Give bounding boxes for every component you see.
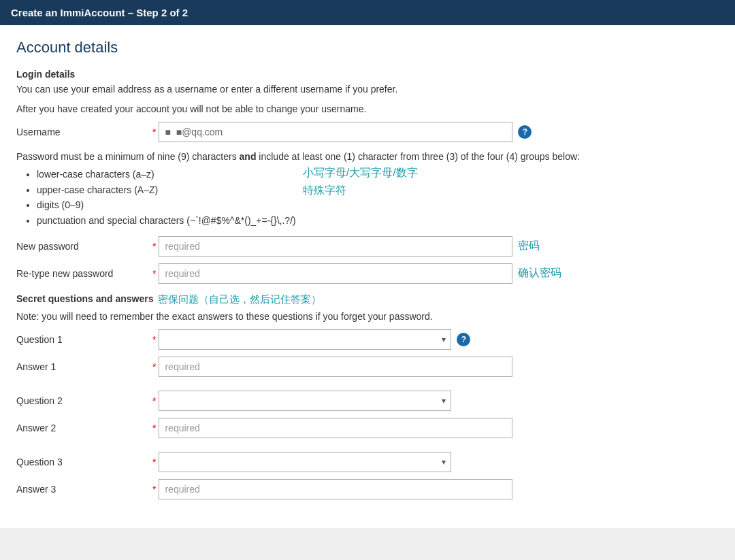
retype-password-row: Re-type new password * 确认密码 bbox=[16, 263, 719, 284]
retype-password-input[interactable] bbox=[159, 263, 512, 284]
question1-required-star: * bbox=[152, 334, 156, 345]
new-password-input[interactable] bbox=[159, 236, 512, 257]
question2-required-star: * bbox=[152, 395, 156, 406]
login-info-1: You can use your email address as a user… bbox=[16, 82, 719, 97]
password-rules-intro: Password must be a minimum of nine (9) c… bbox=[16, 151, 580, 162]
new-password-label: New password bbox=[16, 241, 152, 252]
header-title: Create an ImmiAccount – Step 2 of 2 bbox=[11, 7, 188, 18]
secret-questions-section: Secret questions and answers 密保问题（自己选，然后… bbox=[16, 293, 719, 324]
answer1-input[interactable] bbox=[159, 357, 512, 377]
login-details-section: Login details You can use your email add… bbox=[16, 69, 719, 116]
answer3-input[interactable] bbox=[159, 479, 512, 499]
secret-section-heading-row: Secret questions and answers 密保问题（自己选，然后… bbox=[16, 293, 719, 307]
question2-label: Question 2 bbox=[16, 395, 152, 406]
answer2-required-star: * bbox=[152, 423, 156, 433]
password-rules-list: lower-case characters (a–z) upper-case c… bbox=[37, 167, 296, 228]
new-password-annotation: 密码 bbox=[518, 239, 540, 253]
password-rules-annotation: 小写字母/大写字母/数字特殊字符 bbox=[303, 164, 418, 199]
rule-uppercase: upper-case characters (A–Z) bbox=[37, 182, 296, 197]
username-label: Username bbox=[16, 127, 152, 137]
question3-select-wrapper: ▾ bbox=[159, 452, 451, 472]
login-info-2: After you have created your account you … bbox=[16, 102, 719, 116]
question1-select[interactable] bbox=[159, 329, 451, 350]
page-wrapper: Create an ImmiAccount – Step 2 of 2 Acco… bbox=[0, 0, 735, 528]
answer1-required-star: * bbox=[152, 361, 156, 372]
username-required-star: * bbox=[152, 127, 156, 137]
answer1-label: Answer 1 bbox=[16, 361, 152, 372]
rule-digits: digits (0–9) bbox=[37, 197, 296, 212]
question3-required-star: * bbox=[152, 457, 156, 467]
header-bar: Create an ImmiAccount – Step 2 of 2 bbox=[0, 0, 735, 25]
question2-select-wrapper: ▾ bbox=[159, 391, 451, 411]
question1-help-icon[interactable]: ? bbox=[457, 333, 470, 346]
username-help-icon[interactable]: ? bbox=[518, 125, 532, 139]
page-title: Account details bbox=[16, 39, 719, 56]
secret-note: Note: you will need to remember the exac… bbox=[16, 310, 719, 324]
question3-row: Question 3 * ▾ bbox=[16, 452, 719, 472]
secret-heading: Secret questions and answers bbox=[16, 293, 154, 304]
question3-label: Question 3 bbox=[16, 457, 152, 467]
question1-select-wrapper: ▾ bbox=[159, 329, 451, 350]
retype-password-required-star: * bbox=[152, 268, 156, 279]
rule-lowercase: lower-case characters (a–z) bbox=[37, 167, 296, 182]
retype-password-label: Re-type new password bbox=[16, 268, 152, 279]
new-password-required-star: * bbox=[152, 241, 156, 252]
username-input[interactable] bbox=[159, 122, 512, 142]
answer3-required-star: * bbox=[152, 484, 156, 495]
answer2-row: Answer 2 * bbox=[16, 418, 719, 438]
question2-select[interactable] bbox=[159, 391, 451, 411]
answer1-row: Answer 1 * bbox=[16, 357, 719, 377]
content-area: Account details Login details You can us… bbox=[0, 25, 735, 528]
secret-heading-annotation: 密保问题（自己选，然后记住答案） bbox=[158, 293, 321, 306]
answer2-label: Answer 2 bbox=[16, 423, 152, 433]
new-password-row: New password * 密码 bbox=[16, 236, 719, 257]
rule-punctuation: punctuation and special characters (~`!@… bbox=[37, 213, 296, 228]
question2-row: Question 2 * ▾ bbox=[16, 391, 719, 411]
password-rules: Password must be a minimum of nine (9) c… bbox=[16, 149, 719, 228]
question1-label: Question 1 bbox=[16, 334, 152, 345]
spacer1 bbox=[16, 385, 719, 391]
answer3-row: Answer 3 * bbox=[16, 479, 719, 499]
retype-password-annotation: 确认密码 bbox=[518, 266, 561, 280]
answer3-label: Answer 3 bbox=[16, 484, 152, 495]
question1-row: Question 1 * ▾ ? bbox=[16, 329, 719, 350]
username-row: Username * ? bbox=[16, 122, 719, 142]
login-details-heading: Login details bbox=[16, 69, 719, 80]
answer2-input[interactable] bbox=[159, 418, 512, 438]
spacer2 bbox=[16, 446, 719, 452]
question3-select[interactable] bbox=[159, 452, 451, 472]
